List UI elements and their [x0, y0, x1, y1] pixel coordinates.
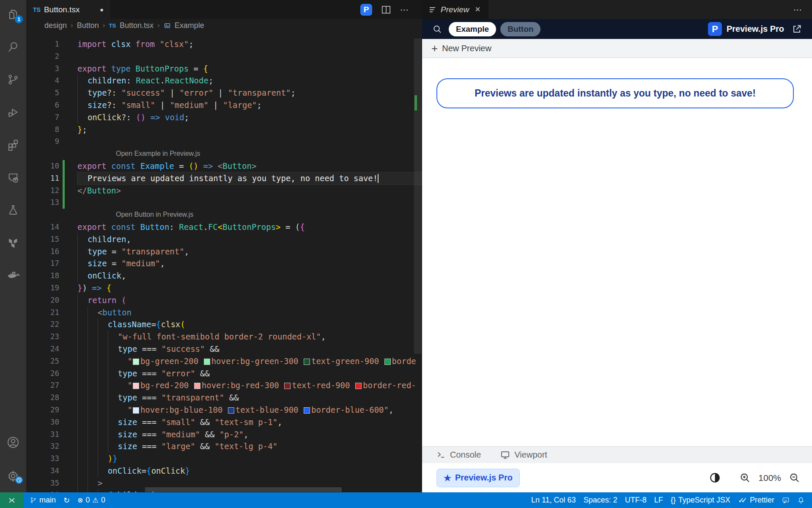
code-line-9[interactable]: 9: [26, 135, 422, 148]
zoom-level: 100%: [758, 473, 781, 483]
chevron-right-icon: ›: [103, 21, 105, 30]
code-line-23[interactable]: 23 "w-full font-semibold border-2 rounde…: [26, 331, 422, 343]
scrollbar-slider[interactable]: [414, 39, 421, 354]
code-line-10[interactable]: 10export const Example = () => <Button>: [26, 160, 422, 172]
account-icon[interactable]: [5, 435, 21, 450]
language-mode[interactable]: {} TypeScript JSX: [667, 492, 734, 508]
sync-icon[interactable]: ↻: [60, 492, 74, 508]
code-line-33[interactable]: 33 )}: [26, 453, 422, 465]
code-line-22[interactable]: 22 className={clsx(: [26, 318, 422, 331]
search-icon[interactable]: [5, 39, 21, 55]
pro-button-label: Preview.js Pro: [455, 473, 513, 483]
feedback-icon[interactable]: [778, 492, 793, 508]
code-line-32[interactable]: 32 size === "large" && "text-lg p-4": [26, 440, 422, 453]
code-line-15[interactable]: 15 children,: [26, 233, 422, 246]
tab-viewport[interactable]: Viewport: [500, 450, 547, 460]
status-left: main ↻ ⊗ 0 ⚠ 0: [23, 492, 109, 508]
code-line-18[interactable]: 18 onClick,: [26, 270, 422, 282]
zoom-out-icon[interactable]: [789, 472, 800, 483]
external-link-icon[interactable]: [792, 24, 802, 34]
codelens-link[interactable]: Open Example in Preview.js: [26, 148, 422, 160]
notifications-bell-icon[interactable]: [793, 492, 809, 508]
remote-explorer-icon[interactable]: [5, 170, 21, 185]
pill-button[interactable]: Button: [500, 22, 540, 36]
code-line-14[interactable]: 14export const Button: React.FC<ButtonPr…: [26, 221, 422, 233]
close-icon[interactable]: ✕: [475, 5, 481, 14]
breadcrumb-symbol[interactable]: Example: [175, 21, 204, 30]
code-line-7[interactable]: 7 onClick?: () => void;: [26, 111, 422, 124]
tab-button-tsx[interactable]: TS Button.tsx ●: [26, 0, 110, 19]
previewjs-pro-button[interactable]: ★ Preview.js Pro: [436, 469, 520, 487]
problems-item[interactable]: ⊗ 0 ⚠ 0: [74, 492, 109, 508]
source-control-icon[interactable]: [5, 72, 21, 87]
rendered-button-component[interactable]: Previews are updated instantly as you ty…: [436, 78, 794, 108]
code-line-17[interactable]: 17 size = "medium",: [26, 257, 422, 270]
code-line-30[interactable]: 30 size === "small" && "text-sm p-1",: [26, 416, 422, 428]
pill-example[interactable]: Example: [449, 22, 496, 36]
extensions-icon[interactable]: [5, 137, 21, 152]
code-line-4[interactable]: 4 children: React.ReactNode;: [26, 75, 422, 87]
breadcrumb-button[interactable]: Button: [77, 21, 99, 30]
code-line-5[interactable]: 5 type?: "success" | "error" | "transpar…: [26, 87, 422, 99]
status-bar: main ↻ ⊗ 0 ⚠ 0 Ln 11, Col 63 Spaces: 2 U…: [0, 492, 812, 508]
text-cursor: [378, 174, 379, 183]
horizontal-scrollbar[interactable]: [145, 487, 342, 492]
code-line-31[interactable]: 31 size === "medium" && "p-2",: [26, 428, 422, 441]
code-line-11[interactable]: 11 Previews are updated instantly as you…: [26, 172, 422, 185]
breadcrumb-file[interactable]: Button.tsx: [120, 21, 154, 30]
code-line-8[interactable]: 8};: [26, 124, 422, 136]
encoding[interactable]: UTF-8: [621, 492, 650, 508]
tab-preview[interactable]: Preview ✕: [422, 0, 488, 19]
breadcrumb[interactable]: design › Button › TS Button.tsx › Exampl…: [26, 19, 422, 32]
cursor-position[interactable]: Ln 11, Col 63: [527, 492, 580, 508]
brand-label: Preview.js Pro: [727, 24, 784, 34]
split-editor-icon[interactable]: [381, 4, 392, 15]
docker-icon[interactable]: [5, 268, 21, 283]
breadcrumb-design[interactable]: design: [44, 21, 67, 30]
tailwind-color-swatch: [133, 359, 139, 365]
indentation[interactable]: Spaces: 2: [580, 492, 621, 508]
code-line-12[interactable]: 12</Button>: [26, 185, 422, 197]
code-line-29[interactable]: 29 "hover:bg-blue-100 text-blue-900 bord…: [26, 404, 422, 416]
code-line-2[interactable]: 2: [26, 50, 422, 63]
tab-console[interactable]: Console: [436, 450, 481, 460]
panel-controls: ★ Preview.js Pro 100%: [422, 463, 812, 492]
code-line-34[interactable]: 34 onClick={onClick}: [26, 465, 422, 477]
codelens-link[interactable]: Open Button in Preview.js: [26, 209, 422, 221]
code-line-19[interactable]: 19}) => {: [26, 282, 422, 294]
plus-icon: +: [431, 42, 438, 55]
modified-dot-icon[interactable]: ●: [100, 6, 104, 13]
code-line-21[interactable]: 21 <button: [26, 306, 422, 319]
search-icon[interactable]: [432, 24, 442, 34]
contrast-toggle-icon[interactable]: [709, 472, 721, 483]
code-line-1[interactable]: 1import clsx from "clsx";: [26, 38, 422, 50]
code-line-3[interactable]: 3export type ButtonProps = {: [26, 63, 422, 75]
code-area[interactable]: 1import clsx from "clsx";23export type B…: [26, 32, 422, 492]
eol-sequence[interactable]: LF: [650, 492, 667, 508]
more-actions-icon[interactable]: ⋯: [400, 5, 409, 15]
terraform-icon[interactable]: [5, 235, 21, 250]
code-line-6[interactable]: 6 size?: "small" | "medium" | "large";: [26, 99, 422, 111]
vertical-scrollbar[interactable]: [413, 32, 422, 492]
explorer-icon[interactable]: 1: [5, 7, 21, 22]
remote-indicator[interactable]: [0, 492, 23, 508]
code-line-13[interactable]: 13: [26, 196, 422, 209]
code-line-25[interactable]: 25 "bg-green-200 hover:bg-green-300 text…: [26, 355, 422, 367]
code-line-24[interactable]: 24 type === "success" &&: [26, 343, 422, 355]
zoom-in-icon[interactable]: [739, 472, 751, 483]
code-line-28[interactable]: 28 type === "transparent" &&: [26, 392, 422, 404]
testing-icon[interactable]: [5, 202, 21, 218]
code-line-26[interactable]: 26 type === "error" &&: [26, 367, 422, 380]
git-branch-item[interactable]: main: [26, 492, 60, 508]
panel-more-icon[interactable]: ⋯: [793, 0, 803, 19]
code-line-27[interactable]: 27 "bg-red-200 hover:bg-red-300 text-red…: [26, 379, 422, 392]
new-preview-button[interactable]: + New Preview: [422, 39, 812, 58]
settings-gear-icon[interactable]: [5, 469, 21, 484]
code-line-16[interactable]: 16 type = "transparent",: [26, 246, 422, 258]
run-debug-icon[interactable]: [5, 105, 21, 120]
formatter-item[interactable]: ✓✓ Prettier: [734, 492, 778, 508]
viewport-label: Viewport: [514, 450, 547, 460]
previewjs-open-icon[interactable]: P: [360, 4, 372, 16]
code-line-20[interactable]: 20 return (: [26, 294, 422, 306]
double-check-icon: ✓✓: [738, 496, 747, 505]
